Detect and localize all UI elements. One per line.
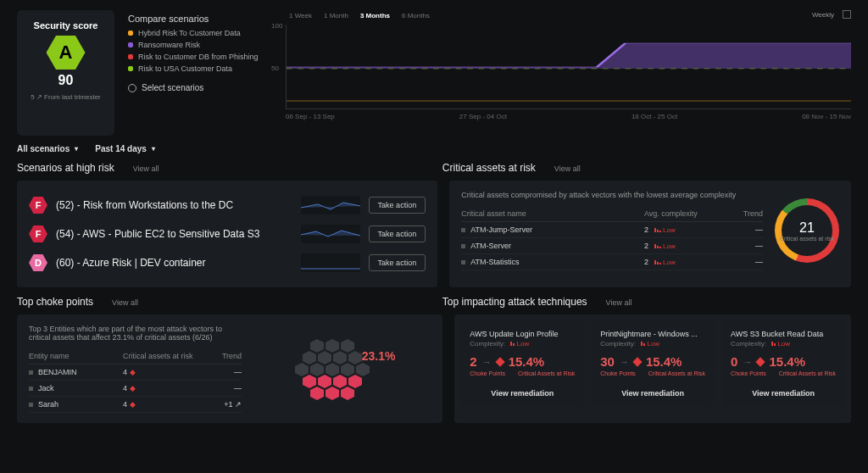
view-all-link[interactable]: View all xyxy=(606,298,632,307)
arrow-right-icon: → xyxy=(482,357,492,367)
svg-marker-15 xyxy=(348,375,362,388)
view-all-link[interactable]: View all xyxy=(133,164,159,173)
scenario-label[interactable]: (60) - Azure Risk | DEV container xyxy=(56,257,292,269)
arrow-right-icon: → xyxy=(620,357,629,367)
scenario-row: F (54) - AWS - Public EC2 to Sensitive D… xyxy=(29,220,426,248)
scenarios-high-risk-panel: F (52) - Risk from Workstations to the D… xyxy=(17,181,437,287)
legend-item: Hybrid Risk To Customer Data xyxy=(128,29,272,37)
sparkline xyxy=(301,253,360,272)
legend-item: Risk to Customer DB from Phishing xyxy=(128,53,272,61)
dot-icon xyxy=(128,54,133,59)
mid-row: F (52) - Risk from Workstations to the D… xyxy=(0,181,868,296)
y-tick: 50 xyxy=(271,64,279,72)
bullet-icon xyxy=(29,403,33,407)
svg-marker-4 xyxy=(318,351,331,364)
svg-marker-13 xyxy=(318,375,331,388)
score-grade-hex: A xyxy=(47,36,86,70)
chart-right-controls: Weekly xyxy=(812,10,851,19)
bullet-icon xyxy=(29,387,33,391)
select-scenarios-button[interactable]: Select scenarios xyxy=(128,83,272,92)
view-remediation-button[interactable]: View remediation xyxy=(600,383,705,398)
filters-row: All scenarios▾ Past 14 days▾ xyxy=(0,136,868,162)
tech-title: AWS Update Login Profile xyxy=(470,330,575,338)
table-header: Critical asset name Avg. complexity Tren… xyxy=(461,206,763,222)
tab-3months[interactable]: 3 Months xyxy=(357,10,393,21)
view-all-link[interactable]: View all xyxy=(112,298,138,307)
svg-marker-8 xyxy=(310,363,324,376)
compare-scenarios: Compare scenarios Hybrid Risk To Custome… xyxy=(128,10,272,136)
diamond-icon xyxy=(756,357,765,366)
technique-card[interactable]: AWS Update Login Profile Complexity: Low… xyxy=(461,321,583,406)
technique-card[interactable]: PrintNightmare - Windows ... Complexity:… xyxy=(592,321,714,406)
security-score-card: Security score A 90 5 ↗ From last trimes… xyxy=(17,10,114,136)
table-row[interactable]: ATM-Server 2 Low — xyxy=(461,238,763,254)
legend-item: Ransomware Risk xyxy=(128,41,272,49)
dot-icon xyxy=(128,31,133,36)
bottom-row: Top 3 Entities which are part of the mos… xyxy=(0,314,868,431)
scenario-row: F (52) - Risk from Workstations to the D… xyxy=(29,191,426,220)
choke-title: Top choke points xyxy=(17,296,93,308)
y-tick: 100 xyxy=(271,22,282,30)
choke-desc: Top 3 Entities which are part of the mos… xyxy=(29,325,242,342)
choke-points-panel: Top 3 Entities which are part of the mos… xyxy=(17,314,442,423)
svg-marker-0 xyxy=(310,339,324,353)
grade-hex: D xyxy=(29,254,47,271)
table-row[interactable]: ATM-Statistics 2 Low — xyxy=(461,254,763,270)
scenario-label[interactable]: (54) - AWS - Public EC2 to Sensitive Dat… xyxy=(56,228,292,240)
sparkline xyxy=(301,225,360,243)
take-action-button[interactable]: Take action xyxy=(369,254,426,271)
tab-1week[interactable]: 1 Week xyxy=(286,10,315,21)
trend-flat-icon: — xyxy=(721,225,763,234)
scenario-label[interactable]: (52) - Risk from Workstations to the DC xyxy=(56,199,292,211)
compare-title: Compare scenarios xyxy=(128,14,272,24)
svg-marker-10 xyxy=(341,363,354,376)
donut-label: Critical assets at risk xyxy=(780,236,834,242)
bullet-icon xyxy=(461,244,465,248)
view-all-link[interactable]: View all xyxy=(554,164,581,173)
svg-marker-16 xyxy=(310,387,324,400)
tech-title: AWS S3 Bucket Read Data xyxy=(731,330,836,338)
view-remediation-button[interactable]: View remediation xyxy=(731,383,836,398)
take-action-button[interactable]: Take action xyxy=(369,197,426,214)
sparkline xyxy=(301,196,360,214)
honeycomb-pct: 23.1% xyxy=(362,349,396,363)
techniques-panel: AWS Update Login Profile Complexity: Low… xyxy=(454,314,851,423)
chart-svg xyxy=(287,25,851,109)
score-delta: 5 ↗ From last trimester xyxy=(27,93,104,101)
svg-marker-7 xyxy=(295,363,309,376)
table-row[interactable]: BENJAMIN 4 ◆ — xyxy=(29,364,242,381)
legend-item: Risk to USA Customer Data xyxy=(128,64,272,73)
honeycomb-chart: 23.1% xyxy=(253,325,431,413)
donut-value: 21 xyxy=(780,220,834,236)
filter-time[interactable]: Past 14 days▾ xyxy=(95,144,155,153)
chevron-down-icon: ▾ xyxy=(75,145,78,153)
diamond-icon xyxy=(495,357,504,366)
table-header: Entity name Critical assets at risk Tren… xyxy=(29,348,242,364)
top-row: Security score A 90 5 ↗ From last trimes… xyxy=(0,0,868,136)
critical-assets-panel: Critical assets compromised by attack ve… xyxy=(449,181,851,287)
table-row[interactable]: ATM-Jump-Server 2 Low — xyxy=(461,222,763,238)
svg-marker-1 xyxy=(326,339,339,353)
tech-title: PrintNightmare - Windows ... xyxy=(600,330,705,338)
table-row[interactable]: Jack 4 ◆ — xyxy=(29,381,242,397)
bullet-icon xyxy=(29,370,33,375)
technique-card[interactable]: AWS S3 Bucket Read Data Complexity: Low … xyxy=(722,321,844,406)
high-risk-title: Scenarios at high risk xyxy=(17,162,114,174)
trend-flat-icon: — xyxy=(721,258,763,266)
tab-6months[interactable]: 6 Months xyxy=(398,10,433,21)
bullet-icon xyxy=(461,228,465,232)
score-title: Security score xyxy=(27,20,104,31)
expand-icon[interactable] xyxy=(843,10,851,19)
tab-1month[interactable]: 1 Month xyxy=(320,10,352,21)
table-row[interactable]: Sarah 4 ◆ +1 ↗ xyxy=(29,397,242,413)
weekly-label: Weekly xyxy=(812,11,834,19)
chevron-down-icon: ▾ xyxy=(152,145,155,153)
time-range-tabs: 1 Week 1 Month 3 Months 6 Months xyxy=(286,10,433,21)
arrow-right-icon: → xyxy=(743,357,752,367)
chart-body: 100 50 xyxy=(286,25,851,109)
take-action-button[interactable]: Take action xyxy=(369,225,426,242)
dot-icon xyxy=(128,42,133,47)
filter-scenarios[interactable]: All scenarios▾ xyxy=(17,144,78,153)
view-remediation-button[interactable]: View remediation xyxy=(470,383,575,398)
timeline-chart: 1 Week 1 Month 3 Months 6 Months Weekly … xyxy=(286,10,851,136)
